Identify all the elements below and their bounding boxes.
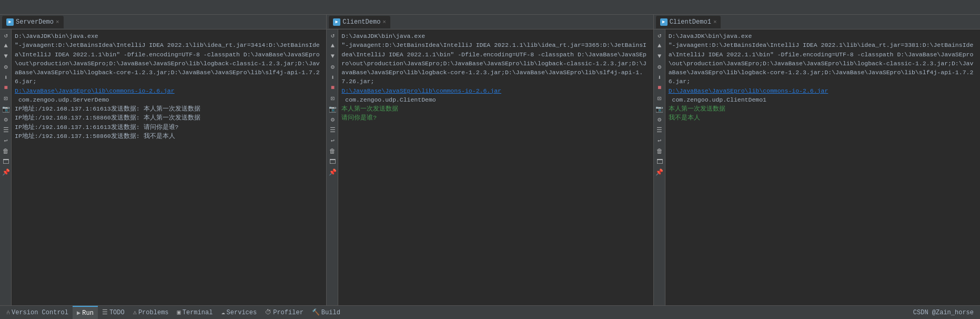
console-line-2-5: 我不是本人 [669, 113, 977, 122]
tool-rerun-btn[interactable]: ↺ [1, 31, 11, 40]
panel-toolbar-client-demo1: ↺▲▼⚙⬇■⊡📷⚙☰↩🗑🗖📌 [654, 29, 665, 305]
tool-restore-btn[interactable]: 🗖 [1, 157, 11, 166]
status-icon-run: ▶ [77, 309, 80, 317]
console-line-0-7: IP地址:/192.168.137.1:58860发送数据: 我不是本人 [15, 132, 323, 141]
panel-header-server-demo: ▶ServerDemo× [0, 15, 326, 29]
console-panel-client-demo1: ▶ClientDemo1×↺▲▼⚙⬇■⊡📷⚙☰↩🗑🗖📌D:\JavaJDK\bi… [654, 15, 980, 305]
tool-frame-btn[interactable]: ⊡ [655, 94, 664, 103]
status-label-profiler: Profiler [273, 309, 304, 316]
console-line-2-2[interactable]: D:\JavaBase\JavaSEpro\lib\commons-io-2.6… [669, 86, 977, 95]
console-line-0-1: "-javaagent:D:\JetBainsIdea\IntelliJ IDE… [15, 41, 323, 86]
console-line-1-5: 请问你是谁? [341, 113, 650, 122]
status-item-todo[interactable]: ☰TODO [98, 306, 129, 319]
console-line-0-3: com.zengoo.udp.ServerDemo [15, 95, 323, 104]
panel-tab-client-demo1[interactable]: ▶ClientDemo1× [656, 16, 721, 28]
tab-icon-client-demo1: ▶ [660, 18, 668, 26]
console-line-2-3: com.zengoo.udp.ClientDemo1 [669, 95, 977, 104]
tool-screenshot-btn[interactable]: 📷 [1, 104, 11, 114]
console-output-client-demo: D:\JavaJDK\bin\java.exe"-javaagent:D:\Je… [338, 29, 653, 305]
tool-download-btn[interactable]: ⬇ [328, 73, 337, 82]
status-icon-services: ☁ [221, 308, 225, 316]
tool-back-btn[interactable]: ↩ [1, 136, 11, 145]
status-item-services[interactable]: ☁Services [217, 306, 261, 319]
status-item-problems[interactable]: ⚠Problems [129, 306, 173, 319]
status-item-version-control[interactable]: ⑃Version Control [2, 306, 73, 319]
tool-back-btn[interactable]: ↩ [328, 136, 337, 145]
console-line-1-4: 本人第一次发送数据 [341, 104, 650, 113]
tool-layout-btn[interactable]: ☰ [1, 125, 11, 135]
tool-layout-btn[interactable]: ☰ [655, 125, 664, 135]
tool-stop-btn[interactable]: ■ [328, 83, 337, 93]
tool-download-btn[interactable]: ⬇ [655, 73, 664, 82]
tab-icon-server-demo: ▶ [6, 18, 14, 26]
status-icon-terminal: ▣ [177, 308, 181, 316]
console-line-2-1: "-javaagent:D:\JetBainsIdea\IntelliJ IDE… [669, 41, 977, 86]
tool-frame-btn[interactable]: ⊡ [328, 94, 337, 103]
tool-download-btn[interactable]: ⬇ [1, 73, 11, 82]
tool-rerun-btn[interactable]: ↺ [328, 31, 337, 40]
top-bar [0, 0, 980, 15]
status-label-version-control: Version Control [12, 309, 68, 316]
console-output-client-demo1: D:\JavaJDK\bin\java.exe"-javaagent:D:\Je… [665, 29, 980, 305]
status-item-build[interactable]: 🔨Build [308, 306, 345, 319]
panel-tab-server-demo[interactable]: ▶ServerDemo× [2, 16, 64, 28]
console-line-1-1: "-javaagent:D:\JetBainsIdea\IntelliJ IDE… [341, 41, 650, 86]
tool-rerun-btn[interactable]: ↺ [655, 31, 664, 40]
tool-settings-btn[interactable]: ⚙ [1, 62, 11, 72]
status-bar: ⑃Version Control▶Run☰TODO⚠Problems▣Termi… [0, 305, 980, 319]
panel-toolbar-server-demo: ↺▲▼⚙⬇■⊡📷⚙☰↩🗑🗖📌 [0, 29, 12, 305]
status-icon-problems: ⚠ [133, 308, 137, 316]
tab-close-client-demo1[interactable]: × [713, 19, 717, 25]
tool-down-btn[interactable]: ▼ [328, 52, 337, 61]
tool-screenshot-btn[interactable]: 📷 [655, 104, 664, 114]
console-panel-server-demo: ▶ServerDemo×↺▲▼⚙⬇■⊡📷⚙☰↩🗑🗖📌D:\JavaJDK\bin… [0, 15, 327, 305]
console-line-0-2[interactable]: D:\JavaBase\JavaSEpro\lib\commons-io-2.6… [15, 86, 323, 95]
tool-clear-btn[interactable]: 🗑 [1, 146, 11, 156]
tool-pin-btn[interactable]: 📌 [1, 167, 11, 177]
tool-restore-btn[interactable]: 🗖 [655, 157, 664, 166]
status-item-run[interactable]: ▶Run [73, 306, 98, 319]
tool-screenshot-btn[interactable]: 📷 [328, 104, 337, 114]
tool-down-btn[interactable]: ▼ [1, 52, 11, 61]
tool-up-btn[interactable]: ▲ [655, 41, 664, 51]
status-item-profiler[interactable]: ⏱Profiler [261, 306, 308, 319]
status-label-terminal: Terminal [183, 309, 213, 316]
status-item-terminal[interactable]: ▣Terminal [173, 306, 217, 319]
panel-body-server-demo: ↺▲▼⚙⬇■⊡📷⚙☰↩🗑🗖📌D:\JavaJDK\bin\java.exe"-j… [0, 29, 326, 305]
status-icon-version-control: ⑃ [6, 309, 10, 316]
tool-clear-btn[interactable]: 🗑 [655, 146, 664, 156]
console-line-0-4: IP地址:/192.168.137.1:61613发送数据: 本人第一次发送数据 [15, 104, 323, 113]
tool-config-btn[interactable]: ⚙ [328, 115, 337, 124]
status-label-todo: TODO [109, 309, 125, 316]
panel-tab-client-demo[interactable]: ▶ClientDemo× [329, 16, 390, 28]
panel-body-client-demo1: ↺▲▼⚙⬇■⊡📷⚙☰↩🗑🗖📌D:\JavaJDK\bin\java.exe"-j… [654, 29, 980, 305]
console-output-server-demo: D:\JavaJDK\bin\java.exe"-javaagent:D:\Je… [12, 29, 326, 305]
tool-back-btn[interactable]: ↩ [655, 136, 664, 145]
tool-frame-btn[interactable]: ⊡ [1, 94, 11, 103]
tool-stop-btn[interactable]: ■ [1, 83, 11, 93]
panels-container: ▶ServerDemo×↺▲▼⚙⬇■⊡📷⚙☰↩🗑🗖📌D:\JavaJDK\bin… [0, 15, 980, 305]
status-label-build: Build [321, 309, 340, 316]
tool-clear-btn[interactable]: 🗑 [328, 146, 337, 156]
console-line-1-2[interactable]: D:\JavaBase\JavaSEpro\lib\commons-io-2.6… [341, 86, 650, 95]
tool-config-btn[interactable]: ⚙ [1, 115, 11, 124]
tool-up-btn[interactable]: ▲ [1, 41, 11, 51]
panel-header-client-demo: ▶ClientDemo× [327, 15, 653, 29]
tool-settings-btn[interactable]: ⚙ [328, 62, 337, 72]
tool-pin-btn[interactable]: 📌 [655, 167, 664, 177]
tool-up-btn[interactable]: ▲ [328, 41, 337, 51]
tab-label-server-demo: ServerDemo [16, 18, 54, 26]
console-line-0-0: D:\JavaJDK\bin\java.exe [15, 32, 323, 41]
tool-restore-btn[interactable]: 🗖 [328, 157, 337, 166]
tool-config-btn[interactable]: ⚙ [655, 115, 664, 124]
tab-close-client-demo[interactable]: × [382, 19, 386, 25]
tool-stop-btn[interactable]: ■ [655, 83, 664, 93]
panel-toolbar-client-demo: ↺▲▼⚙⬇■⊡📷⚙☰↩🗑🗖📌 [327, 29, 338, 305]
tab-close-server-demo[interactable]: × [56, 19, 59, 25]
main-area: ▶ServerDemo×↺▲▼⚙⬇■⊡📷⚙☰↩🗑🗖📌D:\JavaJDK\bin… [0, 15, 980, 305]
tool-layout-btn[interactable]: ☰ [328, 125, 337, 135]
tool-pin-btn[interactable]: 📌 [328, 167, 337, 177]
tool-down-btn[interactable]: ▼ [655, 52, 664, 61]
status-right-text: CSDN @Zain_horse [909, 309, 978, 316]
tool-settings-btn[interactable]: ⚙ [655, 62, 664, 72]
